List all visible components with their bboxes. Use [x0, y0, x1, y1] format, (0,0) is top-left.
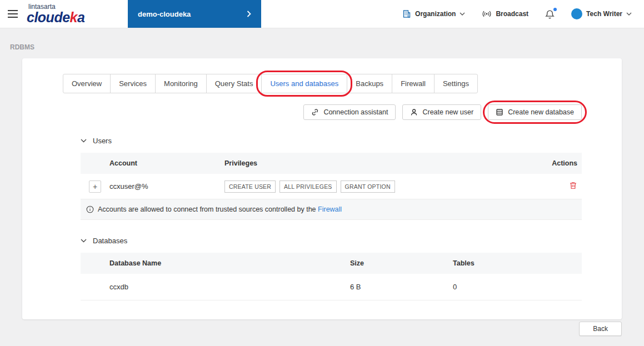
- rdbms-card: Overview Services Monitoring Query Stats…: [22, 58, 622, 319]
- back-button[interactable]: Back: [579, 322, 622, 336]
- hamburger-menu-icon[interactable]: [0, 0, 24, 28]
- info-icon: [86, 205, 94, 213]
- databases-section-toggle[interactable]: Databases: [81, 237, 582, 245]
- column-actions: Actions: [537, 159, 582, 167]
- user-name: Tech Writer: [586, 10, 622, 18]
- page-title: RDBMS: [10, 43, 644, 51]
- create-new-user-button[interactable]: Create new user: [402, 104, 481, 120]
- firewall-link[interactable]: Firewall: [318, 205, 342, 213]
- chevron-down-icon: [81, 139, 87, 143]
- notifications-bell-icon[interactable]: [545, 8, 555, 19]
- connection-assistant-button[interactable]: Connection assistant: [303, 104, 396, 120]
- database-name-cell: ccxdb: [81, 283, 350, 291]
- tab-services[interactable]: Services: [110, 74, 156, 93]
- column-privileges: Privileges: [224, 159, 537, 167]
- chevron-down-icon: [81, 239, 87, 243]
- delete-user-button[interactable]: [569, 181, 577, 190]
- organization-label: Organization: [415, 10, 456, 18]
- databases-section-title: Databases: [93, 237, 127, 245]
- cloudeka-logo: cloudeka: [27, 11, 111, 24]
- users-section-title: Users: [93, 137, 112, 145]
- chevron-right-icon: [247, 11, 251, 17]
- brand-logo: lintasarta cloudeka: [27, 0, 111, 28]
- organization-icon: [402, 9, 411, 18]
- project-selector[interactable]: demo-cloudeka: [128, 0, 261, 28]
- top-bar: lintasarta cloudeka demo-cloudeka Organi…: [0, 0, 644, 28]
- tab-overview[interactable]: Overview: [63, 74, 111, 93]
- tab-settings[interactable]: Settings: [434, 74, 478, 93]
- column-account: Account: [109, 159, 224, 167]
- expand-row-button[interactable]: +: [89, 180, 101, 193]
- connection-assistant-icon: [311, 108, 319, 116]
- broadcast-icon: [482, 10, 492, 18]
- databases-table-header: Database Name Size Tables: [81, 253, 582, 274]
- column-tables: Tables: [453, 259, 582, 267]
- user-plus-icon: [410, 108, 418, 116]
- create-new-database-button[interactable]: Create new database: [488, 104, 582, 120]
- account-cell: ccxuser@%: [109, 182, 224, 190]
- chevron-down-icon: [626, 12, 632, 16]
- table-row: ccxdb 6 B 0: [81, 274, 582, 300]
- firewall-info-row: Accounts are allowed to connect from tru…: [81, 199, 582, 220]
- user-menu[interactable]: Tech Writer: [571, 8, 632, 19]
- users-table-header: Account Privileges Actions: [81, 153, 582, 174]
- tab-backups[interactable]: Backups: [347, 74, 392, 93]
- databases-section: Databases Database Name Size Tables ccxd…: [81, 237, 582, 300]
- privilege-chip: ALL PRIVILEGES: [279, 180, 336, 193]
- avatar: [571, 8, 582, 19]
- broadcast-label: Broadcast: [496, 10, 528, 18]
- database-icon: [496, 108, 503, 116]
- toolbar: Connection assistant Create new user Cre…: [63, 104, 582, 120]
- privileges-cell: CREATE USER ALL PRIVILEGES GRANT OPTION: [224, 180, 537, 193]
- privilege-chip: GRANT OPTION: [341, 180, 395, 193]
- database-size-cell: 6 B: [350, 283, 453, 291]
- database-tables-cell: 0: [453, 283, 582, 291]
- info-text: Accounts are allowed to connect from tru…: [98, 205, 342, 213]
- users-section-toggle[interactable]: Users: [81, 137, 582, 145]
- broadcast-menu[interactable]: Broadcast: [482, 10, 528, 18]
- users-section: Users Account Privileges Actions + ccxus…: [81, 137, 582, 220]
- table-row: + ccxuser@% CREATE USER ALL PRIVILEGES G…: [81, 174, 582, 199]
- privilege-chip: CREATE USER: [224, 180, 276, 193]
- tab-monitoring[interactable]: Monitoring: [155, 74, 207, 93]
- chevron-down-icon: [460, 12, 465, 16]
- project-name: demo-cloudeka: [138, 10, 191, 18]
- tab-bar: Overview Services Monitoring Query Stats…: [63, 74, 582, 93]
- tab-query-stats[interactable]: Query Stats: [206, 74, 262, 93]
- notification-dot: [553, 8, 557, 11]
- organization-menu[interactable]: Organization: [402, 9, 465, 18]
- tab-firewall[interactable]: Firewall: [392, 74, 435, 93]
- tab-users-and-databases[interactable]: Users and databases: [261, 74, 347, 93]
- column-size: Size: [350, 259, 453, 267]
- column-database-name: Database Name: [81, 259, 350, 267]
